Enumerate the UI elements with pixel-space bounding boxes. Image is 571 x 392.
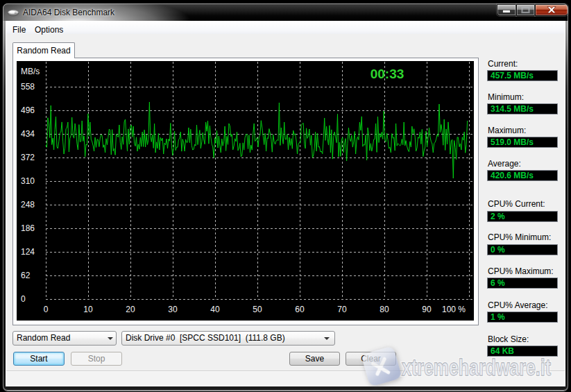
svg-text:186: 186	[21, 223, 35, 233]
svg-text:0: 0	[21, 294, 26, 304]
svg-text:40: 40	[210, 305, 220, 314]
svg-text:MB/s: MB/s	[21, 67, 40, 76]
svg-text:248: 248	[21, 200, 35, 210]
svg-text:20: 20	[126, 305, 135, 314]
svg-text:50: 50	[253, 305, 262, 314]
svg-text:310: 310	[21, 176, 35, 186]
svg-text:558: 558	[21, 82, 35, 92]
svg-text:60: 60	[295, 305, 305, 314]
svg-text:30: 30	[168, 305, 178, 314]
svg-text:00:33: 00:33	[370, 67, 404, 81]
svg-text:100 %: 100 %	[442, 305, 466, 314]
svg-text:434: 434	[21, 129, 35, 139]
svg-text:372: 372	[21, 153, 35, 162]
svg-text:70: 70	[337, 305, 347, 314]
svg-text:496: 496	[21, 105, 35, 115]
svg-text:90: 90	[422, 305, 432, 314]
svg-text:124: 124	[21, 247, 35, 257]
svg-text:10: 10	[83, 305, 93, 314]
svg-text:0: 0	[44, 305, 49, 314]
svg-text:80: 80	[380, 305, 389, 314]
svg-text:62: 62	[21, 271, 31, 280]
svg-text:xtremehardware.it: xtremehardware.it	[402, 354, 551, 380]
